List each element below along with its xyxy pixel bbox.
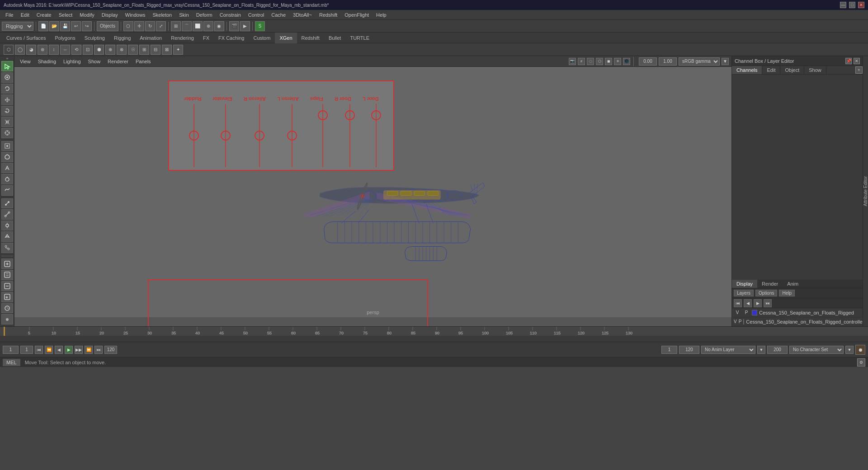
universal-tool[interactable] (1, 128, 13, 138)
tb2-btn1[interactable]: ⬡ (4, 45, 14, 55)
tab-xgen[interactable]: XGen (275, 33, 297, 43)
rotate-tool2[interactable] (1, 106, 13, 116)
move-tool-btn[interactable]: ✛ (134, 21, 144, 31)
tab-curves-surfaces[interactable]: Curves / Surfaces (2, 33, 50, 43)
menu-windows[interactable]: Windows (122, 11, 149, 19)
menu-modify[interactable]: Modify (76, 11, 98, 19)
tb2-btn12[interactable]: ☉ (128, 45, 138, 55)
current-frame-input[interactable] (3, 346, 19, 354)
vp-xray-btn[interactable]: ◌ (587, 58, 594, 65)
bottom-grip[interactable] (1, 314, 13, 324)
close-button[interactable]: ✕ (858, 2, 864, 8)
playback-start-input[interactable] (661, 346, 677, 354)
layers-tab-layers[interactable]: Layers (734, 290, 754, 296)
vp-grid-btn[interactable]: # (578, 58, 585, 65)
anim-layer-dropdown[interactable]: No Anim Layer (701, 346, 755, 354)
lasso-tool[interactable] (1, 84, 13, 94)
menu-select[interactable]: Select (55, 11, 76, 19)
tb2-btn4[interactable]: ⊛ (38, 45, 47, 55)
move-tool2[interactable] (1, 94, 13, 105)
menu-3dtoall[interactable]: 3DtoAll~ (289, 11, 316, 19)
joint-tool[interactable] (1, 198, 13, 209)
layer-v-2[interactable]: V (734, 319, 737, 324)
tb2-btn5[interactable]: ↕ (49, 45, 59, 55)
reroot-skeleton-tool[interactable] (1, 231, 13, 242)
tab-polygons[interactable]: Polygons (50, 33, 80, 43)
tb2-btn10[interactable]: ⊕ (105, 45, 115, 55)
tab-fx[interactable]: FX (198, 33, 214, 43)
blend-shape-tool[interactable] (1, 185, 13, 196)
menu-cache[interactable]: Cache (268, 11, 289, 19)
brt-tab-display[interactable]: Display (732, 280, 757, 288)
tb2-btn15[interactable]: ⊠ (162, 45, 172, 55)
objects-btn[interactable]: Objects (97, 21, 118, 31)
paint-select-tool[interactable] (1, 72, 13, 83)
redo-btn[interactable]: ↪ (82, 21, 92, 31)
scale-tool-btn[interactable]: ⤢ (156, 21, 166, 31)
extra-tool5[interactable] (1, 303, 13, 314)
save-btn[interactable]: 💾 (60, 21, 70, 31)
layers-nav-prev[interactable]: ◀ (744, 299, 752, 307)
tb2-btn14[interactable]: ⊟ (151, 45, 160, 55)
mode-dropdown[interactable]: Rigging (2, 22, 33, 31)
tab-sculpting[interactable]: Sculpting (80, 33, 109, 43)
tb2-btn7[interactable]: ⟲ (71, 45, 81, 55)
vp-cam-btn[interactable]: 📷 (569, 58, 576, 65)
menu-redshift[interactable]: Redshift (316, 11, 341, 19)
vp-menu-lighting[interactable]: Lighting (61, 58, 84, 65)
auto-key-btn[interactable]: ⏺ (855, 345, 865, 355)
vp-menu-shading[interactable]: Shading (35, 58, 59, 65)
vp-shaded-btn[interactable]: ◼ (605, 58, 612, 65)
playback-play-back-btn[interactable]: ▶▶ (75, 346, 83, 354)
softbody-btn[interactable]: S (255, 21, 265, 31)
playback-step-back-btn[interactable]: ⏪ (45, 346, 53, 354)
menu-skin[interactable]: Skin (175, 11, 192, 19)
playback-play-forward-btn[interactable]: ▶ (65, 346, 73, 354)
minimize-button[interactable]: — (840, 2, 846, 8)
layers-nav-next[interactable]: ▶ (754, 299, 762, 307)
status-settings-btn[interactable]: ⚙ (857, 358, 865, 367)
snap-curve-btn[interactable]: ⌒ (182, 21, 192, 31)
layer-color-2[interactable] (743, 319, 744, 324)
tab-animation[interactable]: Animation (135, 33, 166, 43)
tab-rendering[interactable]: Rendering (166, 33, 198, 43)
menu-create[interactable]: Create (33, 11, 55, 19)
layer-color-1[interactable] (752, 310, 757, 315)
layer-row-1[interactable]: V P Cessna_150_Seaplane_on_Floats_Rigged (732, 308, 863, 317)
playback-end-input[interactable] (679, 346, 699, 354)
layers-nav-end[interactable]: ⏭ (764, 299, 772, 307)
tab-rigging[interactable]: Rigging (109, 33, 135, 43)
connect-joint-tool[interactable] (1, 243, 13, 253)
tb2-btn13[interactable]: ⊞ (139, 45, 149, 55)
vp-color-input[interactable] (639, 57, 657, 66)
snap-view-btn[interactable]: ◉ (214, 21, 224, 31)
vp-shadow-btn[interactable]: 🌑 (623, 58, 630, 65)
select-tool[interactable] (1, 61, 13, 71)
soft-modification-tool[interactable] (1, 152, 13, 162)
vp-gamma-input[interactable] (659, 57, 677, 66)
select-tool-btn[interactable]: ⬡ (123, 21, 133, 31)
rotate-tool-btn[interactable]: ↻ (145, 21, 155, 31)
brt-tab-anim[interactable]: Anim (783, 280, 803, 288)
tb2-btn16[interactable]: ✦ (173, 45, 183, 55)
cb-tab-edit[interactable]: Edit (762, 66, 780, 74)
snap-grid-btn[interactable]: ⊞ (171, 21, 181, 31)
menu-file[interactable]: File (2, 11, 17, 19)
tb2-btn9[interactable]: ⬢ (94, 45, 104, 55)
extra-tool4[interactable]: ◈ (1, 292, 13, 302)
show-manipulator-tool[interactable] (1, 141, 13, 151)
layer-p-2[interactable]: P (739, 319, 742, 324)
extra-tool3[interactable] (1, 281, 13, 291)
layer-row-2[interactable]: V P Cessna_150_Seaplane_on_Floats_Rigged… (732, 317, 863, 326)
tab-fx-caching[interactable]: FX Caching (214, 33, 249, 43)
playback-end-btn[interactable]: ⏭ (94, 346, 103, 354)
sculpt-tool[interactable] (1, 163, 13, 174)
menu-deform[interactable]: Deform (193, 11, 216, 19)
timeline-ruler[interactable]: 5 10 15 20 25 30 35 40 45 50 55 60 65 70… (0, 327, 868, 336)
cb-tab-object[interactable]: Object (780, 66, 804, 74)
char-set-btn[interactable]: ▼ (845, 346, 854, 354)
layer-v-1[interactable]: V (734, 310, 741, 315)
render-settings-btn[interactable]: 🎬 (229, 21, 239, 31)
ae-label[interactable]: Attribute Editor (863, 176, 868, 206)
menu-edit[interactable]: Edit (17, 11, 33, 19)
